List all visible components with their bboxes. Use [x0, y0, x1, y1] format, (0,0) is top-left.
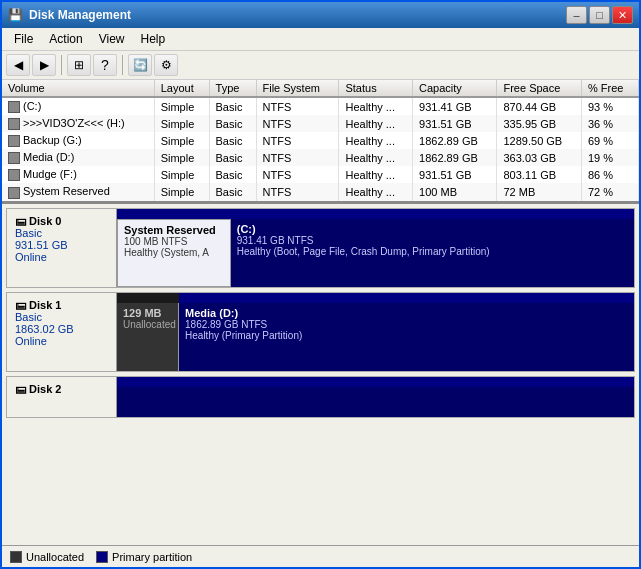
disk-1-label: 🖴 Disk 1 Basic 1863.02 GB Online: [7, 293, 117, 371]
toolbar: ◀ ▶ ⊞ ? 🔄 ⚙: [2, 51, 639, 80]
cell-pctfree: 36 %: [581, 115, 638, 132]
cell-volume: >>>VID3O'Z<<< (H:): [2, 115, 154, 132]
disk-1-partitions: 129 MB Unallocated Media (D:) 1862.89 GB…: [117, 293, 634, 371]
disk-0-bar: [117, 209, 634, 219]
col-type[interactable]: Type: [209, 80, 256, 97]
table-scroll[interactable]: Volume Layout Type File System Status Ca…: [2, 80, 639, 201]
cell-pctfree: 72 %: [581, 183, 638, 200]
legend-unalloc-label: Unallocated: [26, 551, 84, 563]
table-header-row: Volume Layout Type File System Status Ca…: [2, 80, 639, 97]
disk-0-name: 🖴 Disk 0: [15, 215, 61, 227]
cell-fs: NTFS: [256, 97, 339, 115]
cell-volume: Backup (G:): [2, 132, 154, 149]
cell-type: Basic: [209, 115, 256, 132]
disk-1-unalloc-label: Unallocated: [123, 319, 172, 330]
disk-1-name: 🖴 Disk 1: [15, 299, 61, 311]
legend-unalloc-box: [10, 551, 22, 563]
main-window: 💾 Disk Management – □ ✕ File Action View…: [0, 0, 641, 569]
cell-type: Basic: [209, 149, 256, 166]
cell-type: Basic: [209, 183, 256, 200]
disk-1-media-detail1: 1862.89 GB NTFS: [185, 319, 628, 330]
col-volume[interactable]: Volume: [2, 80, 154, 97]
disk-scroll[interactable]: 🖴 Disk 0 Basic 931.51 GB Online System R…: [2, 204, 639, 545]
col-filesystem[interactable]: File System: [256, 80, 339, 97]
disk-2-bar-full: [117, 377, 634, 387]
disk-2-parts-row: [117, 387, 634, 417]
legend-primary-box: [96, 551, 108, 563]
cell-layout: Simple: [154, 97, 209, 115]
disk-1-media-name: Media (D:): [185, 307, 628, 319]
cell-capacity: 931.41 GB: [413, 97, 497, 115]
disk-1-bar-media: [179, 293, 634, 303]
disk-1-bar-unalloc: [117, 293, 179, 303]
legend-unallocated: Unallocated: [10, 551, 84, 563]
disk-0-sysreserved-detail1: 100 MB NTFS: [124, 236, 224, 247]
cell-layout: Simple: [154, 149, 209, 166]
col-status[interactable]: Status: [339, 80, 413, 97]
maximize-button[interactable]: □: [589, 6, 610, 24]
disk-0-c-detail1: 931.41 GB NTFS: [237, 235, 628, 246]
disk-2-partition[interactable]: [117, 387, 634, 417]
cell-pctfree: 19 %: [581, 149, 638, 166]
col-capacity[interactable]: Capacity: [413, 80, 497, 97]
disk-1-media[interactable]: Media (D:) 1862.89 GB NTFS Healthy (Prim…: [179, 303, 634, 371]
disk-0-parts-row: System Reserved 100 MB NTFS Healthy (Sys…: [117, 219, 634, 287]
menu-action[interactable]: Action: [41, 30, 90, 48]
table-row[interactable]: (C:) Simple Basic NTFS Healthy ... 931.4…: [2, 97, 639, 115]
col-layout[interactable]: Layout: [154, 80, 209, 97]
cell-status: Healthy ...: [339, 166, 413, 183]
forward-button[interactable]: ▶: [32, 54, 56, 76]
table-row[interactable]: Backup (G:) Simple Basic NTFS Healthy ..…: [2, 132, 639, 149]
table-row[interactable]: >>>VID3O'Z<<< (H:) Simple Basic NTFS Hea…: [2, 115, 639, 132]
back-button[interactable]: ◀: [6, 54, 30, 76]
disk-2-label: 🖴 Disk 2: [7, 377, 117, 417]
disk-0-bar-c: [231, 209, 634, 219]
help-button[interactable]: ?: [93, 54, 117, 76]
status-bar: Unallocated Primary partition: [2, 545, 639, 567]
settings-button[interactable]: ⚙: [154, 54, 178, 76]
menu-view[interactable]: View: [91, 30, 133, 48]
cell-fs: NTFS: [256, 115, 339, 132]
cell-status: Healthy ...: [339, 132, 413, 149]
refresh-button[interactable]: 🔄: [128, 54, 152, 76]
disk-0-c[interactable]: (C:) 931.41 GB NTFS Healthy (Boot, Page …: [231, 219, 634, 287]
col-freespace[interactable]: Free Space: [497, 80, 581, 97]
disk-0-sysreserved[interactable]: System Reserved 100 MB NTFS Healthy (Sys…: [117, 219, 231, 287]
table-row[interactable]: System Reserved Simple Basic NTFS Health…: [2, 183, 639, 200]
cell-fs: NTFS: [256, 183, 339, 200]
cell-capacity: 100 MB: [413, 183, 497, 200]
toolbar-separator-2: [122, 55, 123, 75]
cell-freespace: 803.11 GB: [497, 166, 581, 183]
disk-2-row: 🖴 Disk 2: [6, 376, 635, 418]
cell-capacity: 931.51 GB: [413, 115, 497, 132]
cell-status: Healthy ...: [339, 115, 413, 132]
menu-file[interactable]: File: [6, 30, 41, 48]
window-title: Disk Management: [29, 8, 131, 22]
cell-type: Basic: [209, 166, 256, 183]
properties-button[interactable]: ⊞: [67, 54, 91, 76]
disk-0-row: 🖴 Disk 0 Basic 931.51 GB Online System R…: [6, 208, 635, 288]
table-row[interactable]: Media (D:) Simple Basic NTFS Healthy ...…: [2, 149, 639, 166]
disk-0-size: 931.51 GB: [15, 239, 68, 251]
cell-type: Basic: [209, 97, 256, 115]
disk-section-wrapper: 🖴 Disk 0 Basic 931.51 GB Online System R…: [2, 204, 639, 545]
disk-0-bar-sys: [117, 209, 231, 219]
col-pctfree[interactable]: % Free: [581, 80, 638, 97]
table-row[interactable]: Mudge (F:) Simple Basic NTFS Healthy ...…: [2, 166, 639, 183]
legend-primary-label: Primary partition: [112, 551, 192, 563]
menu-help[interactable]: Help: [133, 30, 174, 48]
cell-freespace: 870.44 GB: [497, 97, 581, 115]
main-content: Volume Layout Type File System Status Ca…: [2, 80, 639, 567]
volume-table-section: Volume Layout Type File System Status Ca…: [2, 80, 639, 204]
disk-1-unalloc[interactable]: 129 MB Unallocated: [117, 303, 179, 371]
minimize-button[interactable]: –: [566, 6, 587, 24]
disk-0-status: Online: [15, 251, 47, 263]
cell-fs: NTFS: [256, 149, 339, 166]
menu-bar: File Action View Help: [2, 28, 639, 51]
cell-layout: Simple: [154, 183, 209, 200]
cell-type: Basic: [209, 132, 256, 149]
close-button[interactable]: ✕: [612, 6, 633, 24]
title-bar-left: 💾 Disk Management: [8, 8, 131, 22]
cell-capacity: 1862.89 GB: [413, 149, 497, 166]
disk-1-unalloc-size: 129 MB: [123, 307, 172, 319]
